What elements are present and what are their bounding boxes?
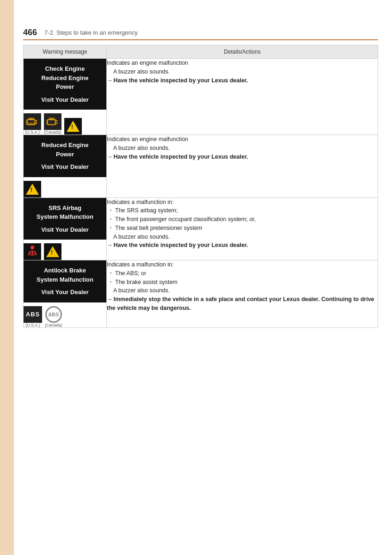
abs-usa-wrap: ABS (U.S.A.) <box>24 306 42 327</box>
srs-text: SRS AirbagSystem Malfunction <box>28 204 102 222</box>
abs-text: Antilock BrakeSystem Malfunction <box>28 266 102 284</box>
svg-rect-8 <box>52 118 54 120</box>
srs-icon-row <box>24 243 106 260</box>
visit-dealer-label: Visit Your Dealer <box>28 95 102 105</box>
svg-text:CHECK: CHECK <box>28 123 36 125</box>
triangle-yellow-box-1 <box>64 118 82 135</box>
check-engine-icon-row: CHECK (U.S.A.) <box>24 113 106 135</box>
check-engine-text: Check EngineReduced EnginePower <box>28 64 102 92</box>
svg-rect-9 <box>55 120 57 123</box>
abs-buzzer: A buzzer also sounds. <box>113 286 378 295</box>
detail-line2-r: A buzzer also sounds. <box>113 144 378 153</box>
details-cell-abs: Indicates a malfunction in: The ABS; or … <box>107 260 378 328</box>
abs-canada-label: ABS <box>48 312 59 317</box>
srs-person-svg <box>26 245 38 258</box>
page-title: 7-2. Steps to take in an emergency <box>44 29 138 36</box>
page-number: 466 <box>23 28 37 37</box>
engine-canada-icon <box>44 113 61 130</box>
warning-cell-srs: SRS AirbagSystem Malfunction Visit Your … <box>24 197 107 260</box>
table-row: SRS AirbagSystem Malfunction Visit Your … <box>24 197 378 260</box>
abs-usa-icon-box: ABS <box>24 306 42 323</box>
warning-table: Warning message Details/Actions Check En… <box>23 45 378 328</box>
engine-check-usa-icon: CHECK <box>24 113 41 130</box>
content-area: 466 7-2. Steps to take in an emergency W… <box>14 0 392 555</box>
page-container: 466 7-2. Steps to take in an emergency W… <box>0 0 392 555</box>
reduced-engine-icon-row <box>24 181 106 197</box>
warning-triangle-yellow-3 <box>46 246 59 257</box>
abs-canada-wrap: ABS (Canada) <box>45 306 62 327</box>
engine-check-usa-label: (U.S.A.) <box>25 130 40 135</box>
engine-svg-usa: CHECK <box>26 117 39 127</box>
table-row: Antilock BrakeSystem Malfunction Visit Y… <box>24 260 378 328</box>
detail-line3: →Have the vehicle inspected by your Lexu… <box>107 76 378 85</box>
warning-cell-abs: Antilock BrakeSystem Malfunction Visit Y… <box>24 260 107 328</box>
srs-display: SRS AirbagSystem Malfunction Visit Your … <box>24 198 106 240</box>
triangle-yellow-box-3 <box>44 243 61 260</box>
abs-usa-label: ABS <box>26 311 40 318</box>
abs-icon-row: ABS (U.S.A.) ABS (Canada) <box>24 306 106 327</box>
abs-usa-region-label: (U.S.A.) <box>25 323 40 327</box>
engine-check-usa-wrap: CHECK (U.S.A.) <box>24 113 41 135</box>
abs-display: Antilock BrakeSystem Malfunction Visit Y… <box>24 260 106 302</box>
reduced-engine-text: Reduced EnginePower <box>28 141 102 159</box>
table-row: Check EngineReduced EnginePower Visit Yo… <box>24 59 378 135</box>
col-header-details: Details/Actions <box>107 45 378 59</box>
srs-bullet-3: The seat belt pretensioner system <box>115 224 378 233</box>
triangle-yellow-wrap-1 <box>64 118 82 135</box>
visit-dealer-label-4: Visit Your Dealer <box>28 288 102 297</box>
details-cell-reduced-engine: Indicates an engine malfunction A buzzer… <box>107 135 378 198</box>
srs-bullet-1: The SRS airbag system; <box>115 206 378 215</box>
svg-point-11 <box>31 246 34 249</box>
srs-detail-intro: Indicates a malfunction in: <box>107 198 378 207</box>
details-cell-check-engine: Indicates an engine malfunction A buzzer… <box>107 59 378 135</box>
triangle-yellow-wrap-3 <box>44 243 61 260</box>
warning-cell-check-engine: Check EngineReduced EnginePower Visit Yo… <box>24 59 107 135</box>
abs-detail-intro: Indicates a malfunction in: <box>107 260 378 269</box>
page-header: 466 7-2. Steps to take in an emergency <box>23 28 378 40</box>
srs-buzzer: A buzzer also sounds. <box>113 233 378 241</box>
svg-rect-7 <box>49 118 52 120</box>
abs-bullet-1: The ABS; or <box>115 269 378 278</box>
engine-svg-canada <box>46 117 59 127</box>
detail-line1: Indicates an engine malfunction <box>107 59 378 68</box>
srs-action: →Have the vehicle inspected by your Lexu… <box>107 241 378 250</box>
svg-rect-1 <box>29 118 31 120</box>
table-row: Reduced EnginePower Visit Your Dealer <box>24 135 378 198</box>
engine-canada-label: (Canada) <box>44 130 61 135</box>
check-engine-display: Check EngineReduced EnginePower Visit Yo… <box>24 59 106 110</box>
detail-line1-r: Indicates an engine malfunction <box>107 135 378 144</box>
engine-canada-wrap: (Canada) <box>44 113 61 135</box>
abs-canada-icon-circle: ABS <box>45 306 62 323</box>
svg-rect-6 <box>48 119 55 124</box>
warning-triangle-yellow-2 <box>26 184 39 195</box>
srs-bullet-2: The front passenger occupant classificat… <box>115 215 378 224</box>
abs-bullet-2: The brake assist system <box>115 278 378 287</box>
reduced-engine-display: Reduced EnginePower Visit Your Dealer <box>24 135 106 177</box>
abs-canada-region-label: (Canada) <box>45 323 62 327</box>
detail-line3-r: →Have the vehicle inspected by your Lexu… <box>107 153 378 161</box>
warning-cell-reduced-engine: Reduced EnginePower Visit Your Dealer <box>24 135 107 198</box>
visit-dealer-label-2: Visit Your Dealer <box>28 162 102 172</box>
triangle-yellow-box-2 <box>24 181 41 197</box>
svg-rect-10 <box>46 121 48 123</box>
detail-line2: A buzzer also sounds. <box>113 68 378 76</box>
warning-triangle-yellow-1 <box>67 121 80 132</box>
abs-action: →Immediately stop the vehicle in a safe … <box>107 295 378 313</box>
srs-person-icon-box <box>24 243 41 260</box>
svg-rect-2 <box>31 118 34 120</box>
triangle-yellow-wrap-2 <box>24 181 41 197</box>
details-cell-srs: Indicates a malfunction in: The SRS airb… <box>107 197 378 260</box>
srs-person-wrap <box>24 243 41 260</box>
visit-dealer-label-3: Visit Your Dealer <box>28 225 102 234</box>
sidebar-accent <box>0 0 14 555</box>
col-header-warning: Warning message <box>24 45 107 59</box>
svg-rect-4 <box>26 121 27 123</box>
